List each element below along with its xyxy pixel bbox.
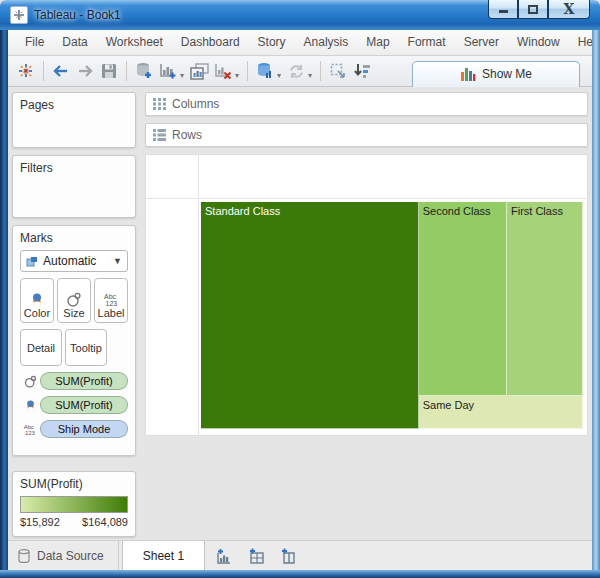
- save-button[interactable]: [97, 59, 121, 83]
- svg-text:Abc: Abc: [23, 424, 33, 430]
- rows-shelf-label: Rows: [172, 128, 202, 142]
- worksheet-view[interactable]: Standard Class Second Class First Class …: [145, 154, 588, 436]
- detail-button[interactable]: Detail: [20, 329, 62, 366]
- toolbar-separator: [320, 61, 321, 81]
- new-worksheet-tab-button[interactable]: [211, 541, 237, 570]
- duplicate-sheet-icon: [190, 63, 209, 80]
- size-button[interactable]: Size: [57, 278, 91, 323]
- refresh-button[interactable]: [284, 59, 308, 83]
- caption-buttons: X: [488, 0, 590, 19]
- duplicate-sheet-button[interactable]: [187, 59, 211, 83]
- data-source-tab[interactable]: Data Source: [8, 541, 119, 570]
- treemap-node-first-class[interactable]: First Class: [507, 202, 583, 396]
- columns-shelf[interactable]: Columns: [145, 92, 588, 116]
- menu-server[interactable]: Server: [455, 30, 508, 55]
- marks-buttons-row1: Color Size Abc 123 Lab: [20, 278, 128, 323]
- pages-title: Pages: [20, 98, 128, 112]
- window-border-right: [592, 30, 600, 578]
- data-source-tab-label: Data Source: [37, 549, 104, 563]
- label-pill-row: Abc123 Ship Mode: [20, 420, 128, 438]
- svg-text:123: 123: [24, 430, 35, 436]
- treemap-node-second-class[interactable]: Second Class: [419, 202, 507, 396]
- abc123-icon: Abc123: [20, 422, 40, 436]
- legend-min-value: $15,892: [20, 516, 60, 528]
- toolbar-separator: [43, 61, 44, 81]
- treemap-node-same-day[interactable]: Same Day: [419, 396, 583, 429]
- new-worksheet-button[interactable]: [156, 59, 180, 83]
- filters-title: Filters: [20, 161, 128, 175]
- treemap: Standard Class Second Class First Class …: [201, 202, 583, 429]
- color-icon: [28, 292, 46, 307]
- sheet1-tab[interactable]: Sheet 1: [122, 541, 205, 570]
- new-worksheet-icon: [159, 62, 177, 80]
- highlight-button[interactable]: [326, 59, 350, 83]
- close-icon: X: [564, 2, 575, 16]
- menu-data[interactable]: Data: [53, 30, 96, 55]
- menu-worksheet[interactable]: Worksheet: [97, 30, 172, 55]
- new-worksheet-icon: [216, 548, 233, 564]
- menu-format[interactable]: Format: [399, 30, 455, 55]
- menu-story[interactable]: Story: [249, 30, 295, 55]
- legend-labels: $15,892 $164,089: [20, 516, 128, 528]
- marks-card: Marks Automatic ▼: [12, 225, 136, 456]
- sort-descending-icon: [354, 63, 371, 80]
- columns-icon: [153, 98, 166, 110]
- undo-button[interactable]: [49, 59, 73, 83]
- label-button[interactable]: Abc 123 Label: [94, 278, 128, 323]
- redo-button[interactable]: [73, 59, 97, 83]
- toolbar-separator: [126, 61, 127, 81]
- close-button[interactable]: X: [548, 0, 590, 19]
- save-icon: [101, 63, 117, 79]
- new-story-tab-button[interactable]: [275, 541, 301, 570]
- new-dashboard-tab-button[interactable]: [243, 541, 269, 570]
- marks-title: Marks: [20, 231, 128, 245]
- pill-sum-profit-size[interactable]: SUM(Profit): [40, 372, 128, 390]
- menu-window[interactable]: Window: [508, 30, 569, 55]
- show-me-chart-icon: [460, 67, 476, 81]
- sort-button[interactable]: [350, 59, 374, 83]
- marks-buttons-row2: Detail Tooltip: [20, 329, 128, 366]
- undo-arrow-icon: [52, 64, 70, 78]
- view-data-dropdown-caret[interactable]: ▾: [277, 71, 281, 80]
- view-data-icon: [256, 62, 274, 80]
- view-data-button[interactable]: [253, 59, 277, 83]
- new-story-icon: [280, 548, 297, 564]
- svg-text:Abc: Abc: [104, 293, 117, 300]
- minimize-button[interactable]: [488, 0, 518, 19]
- tooltip-button[interactable]: Tooltip: [65, 329, 107, 366]
- tableau-logo-button[interactable]: [14, 59, 38, 83]
- show-me-button[interactable]: Show Me: [412, 61, 580, 87]
- refresh-dropdown-caret[interactable]: ▾: [308, 71, 312, 80]
- window-border-bottom: [0, 570, 600, 578]
- treemap-node-standard-class[interactable]: Standard Class: [201, 202, 419, 429]
- size-pill-row: SUM(Profit): [20, 372, 128, 390]
- color-button[interactable]: Color: [20, 278, 54, 323]
- treemap-node-label: Same Day: [419, 396, 582, 411]
- menu-map[interactable]: Map: [357, 30, 398, 55]
- menu-analysis[interactable]: Analysis: [295, 30, 358, 55]
- tableau-logo-icon: [13, 9, 25, 21]
- sheet-tab-bar: Data Source Sheet 1: [8, 540, 592, 570]
- pages-shelf[interactable]: Pages: [12, 92, 136, 148]
- refresh-icon: [288, 63, 305, 80]
- new-worksheet-dropdown-caret[interactable]: ▾: [180, 71, 184, 80]
- connect-to-data-button[interactable]: [132, 59, 156, 83]
- pill-sum-profit-color[interactable]: SUM(Profit): [40, 396, 128, 414]
- clear-sheet-button[interactable]: [211, 59, 235, 83]
- color-legend-card[interactable]: SUM(Profit) $15,892 $164,089: [12, 471, 136, 537]
- rows-icon: [153, 129, 166, 141]
- new-dashboard-icon: [248, 548, 265, 564]
- columns-shelf-label: Columns: [172, 97, 219, 111]
- pill-ship-mode[interactable]: Ship Mode: [40, 420, 128, 438]
- mark-type-dropdown[interactable]: Automatic ▼: [20, 250, 128, 272]
- pill-label: SUM(Profit): [55, 375, 112, 387]
- rows-shelf[interactable]: Rows: [145, 123, 588, 147]
- filters-shelf[interactable]: Filters: [12, 155, 136, 218]
- clear-sheet-dropdown-caret[interactable]: ▾: [235, 71, 239, 80]
- abc123-icon: Abc 123: [101, 292, 121, 307]
- tableau-app-icon: [10, 6, 28, 24]
- maximize-button[interactable]: [518, 0, 548, 19]
- tableau-window: Tableau - Book1 X File Data Worksheet Da…: [0, 0, 600, 578]
- menu-file[interactable]: File: [16, 30, 53, 55]
- menu-dashboard[interactable]: Dashboard: [172, 30, 249, 55]
